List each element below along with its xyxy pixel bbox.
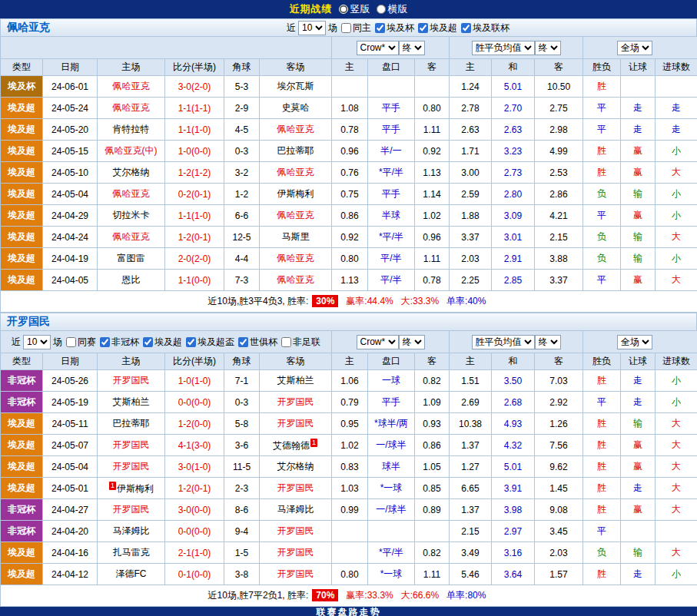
recent-count-select[interactable]: 10	[298, 21, 326, 35]
league-filter[interactable]: 世俱杯	[238, 336, 277, 349]
league-filter-checkbox[interactable]	[461, 23, 471, 33]
match-score[interactable]: 1-2(0-1)	[165, 227, 224, 248]
league-filter-checkbox[interactable]	[186, 337, 196, 347]
away-team[interactable]: 开罗国民	[277, 568, 314, 579]
home-team[interactable]: 富图雷	[118, 253, 145, 263]
league-filter-checkbox[interactable]	[281, 337, 291, 347]
away-team[interactable]: 开罗国民	[277, 525, 314, 536]
away-team[interactable]: 佩哈亚克	[277, 167, 314, 177]
mode-horizontal[interactable]: 横版	[377, 2, 408, 16]
league-filter[interactable]: 同赛	[66, 336, 96, 349]
match-scope-select[interactable]: 全场	[617, 335, 652, 349]
match-scope-select[interactable]: 全场	[617, 41, 652, 55]
avg-type-select[interactable]: 胜平负均值	[472, 41, 535, 55]
away-team[interactable]: 佩哈亚克	[277, 253, 314, 263]
home-team[interactable]: 巴拉蒂耶	[113, 418, 150, 429]
away-team[interactable]: 开罗国民	[277, 482, 314, 493]
vertical-radio[interactable]	[339, 5, 348, 14]
away-team[interactable]: 开罗国民	[277, 396, 314, 407]
match-score[interactable]: 1-1(1-1)	[165, 98, 224, 119]
home-team[interactable]: 开罗国民	[113, 461, 150, 472]
odds-company-select[interactable]: Crow*	[357, 41, 399, 55]
goals-result: 小	[656, 392, 697, 413]
avg-stage-select[interactable]: 终	[535, 41, 561, 55]
league-filter-checkbox[interactable]	[143, 337, 153, 347]
match-score[interactable]: 1-0(0-0)	[165, 141, 224, 162]
home-team[interactable]: 艾斯柏兰	[113, 396, 150, 407]
team-name[interactable]: 开罗国民	[7, 315, 50, 329]
match-score[interactable]: 0-0(0-0)	[165, 392, 224, 413]
match-score[interactable]: 1-2(0-0)	[165, 413, 224, 435]
match-score[interactable]: 1-1(1-0)	[165, 205, 224, 227]
odds-stage-select[interactable]: 终	[399, 41, 425, 55]
away-team[interactable]: 佩哈亚克	[277, 124, 314, 134]
match-score[interactable]: 0-2(0-1)	[165, 184, 224, 205]
home-team[interactable]: 马泽姆比	[113, 525, 150, 536]
match-score[interactable]: 3-0(1-0)	[165, 456, 224, 478]
horizontal-radio[interactable]	[377, 5, 386, 14]
league-filter-checkbox[interactable]	[341, 23, 351, 33]
home-team[interactable]: 佩哈亚克	[113, 102, 150, 113]
away-team[interactable]: 佩哈亚克	[277, 274, 314, 285]
home-team[interactable]: 泽德FC	[116, 568, 147, 579]
home-team[interactable]: 扎马雷克	[113, 547, 150, 558]
away-team-cell: 佩哈亚克	[260, 205, 332, 227]
match-score[interactable]: 0-0(0-0)	[165, 521, 224, 542]
away-team[interactable]: 艾尔格纳	[277, 461, 314, 472]
home-team[interactable]: 伊斯梅利	[117, 483, 154, 494]
mode-vertical[interactable]: 竖版	[339, 2, 370, 16]
away-team[interactable]: 史莫哈	[282, 102, 310, 113]
away-team[interactable]: 佩哈亚克	[277, 210, 314, 220]
avg-type-select[interactable]: 胜平负均值	[472, 335, 535, 349]
league-filter-checkbox[interactable]	[375, 23, 385, 33]
home-team[interactable]: 开罗国民	[113, 375, 150, 386]
home-team[interactable]: 恩比	[122, 274, 141, 285]
away-team[interactable]: 艾德翰德	[273, 440, 310, 451]
league-filter-checkbox[interactable]	[66, 337, 76, 347]
team-name[interactable]: 佩哈亚克	[7, 21, 50, 35]
home-team[interactable]: 艾尔格纳	[113, 167, 150, 177]
away-team[interactable]: 埃尔瓦斯	[277, 81, 314, 91]
home-team[interactable]: 佩哈亚克	[113, 231, 150, 242]
league-filter[interactable]: 埃及超	[143, 336, 182, 349]
league-filter[interactable]: 同主	[341, 22, 371, 35]
match-score[interactable]: 1-2(0-1)	[165, 478, 224, 499]
match-score[interactable]: 1-1(0-0)	[165, 270, 224, 291]
match-score[interactable]: 1-1(1-0)	[165, 119, 224, 141]
home-team[interactable]: 佩哈亚克	[113, 188, 150, 199]
away-team[interactable]: 马泽姆比	[277, 504, 314, 515]
league-filter[interactable]: 非冠杯	[100, 336, 139, 349]
home-team[interactable]: 开罗国民	[113, 504, 150, 515]
league-filter[interactable]: 埃及杯	[375, 22, 414, 35]
league-filter[interactable]: 非足联	[281, 336, 320, 349]
match-score[interactable]: 1-2(1-2)	[165, 162, 224, 184]
home-team[interactable]: 开罗国民	[113, 439, 150, 450]
avg-stage-select[interactable]: 终	[535, 335, 561, 349]
away-team[interactable]: 开罗国民	[277, 547, 314, 558]
home-team[interactable]: 肯特拉特	[113, 124, 150, 134]
match-score[interactable]: 3-0(0-0)	[165, 499, 224, 521]
league-filter[interactable]: 埃及超	[418, 22, 457, 35]
recent-count-select[interactable]: 10	[23, 335, 51, 349]
match-score[interactable]: 0-1(0-0)	[165, 564, 224, 585]
home-team[interactable]: 切拉米卡	[113, 210, 150, 220]
away-team[interactable]: 艾斯柏兰	[277, 375, 314, 386]
match-score[interactable]: 4-1(3-0)	[165, 435, 224, 456]
league-filter-checkbox[interactable]	[418, 23, 428, 33]
away-team[interactable]: 开罗国民	[277, 418, 314, 429]
match-score[interactable]: 3-0(2-0)	[165, 76, 224, 98]
odds-stage-select[interactable]: 终	[399, 335, 425, 349]
league-filter-checkbox[interactable]	[100, 337, 110, 347]
odds-company-select[interactable]: Crow*	[357, 335, 399, 349]
match-score[interactable]: 2-1(1-0)	[165, 542, 224, 564]
league-filter-checkbox[interactable]	[238, 337, 248, 347]
league-filter[interactable]: 埃及联杯	[461, 22, 509, 35]
home-team[interactable]: 佩哈亚克(中)	[105, 145, 158, 156]
away-team[interactable]: 巴拉蒂耶	[277, 145, 314, 156]
match-score[interactable]: 2-0(2-0)	[165, 248, 224, 270]
league-filter[interactable]: 埃及超盃	[186, 336, 234, 349]
away-team[interactable]: 伊斯梅利	[277, 188, 314, 199]
match-score[interactable]: 1-0(1-0)	[165, 370, 224, 392]
home-team[interactable]: 佩哈亚克	[113, 81, 150, 91]
away-team[interactable]: 马斯里	[282, 231, 310, 242]
